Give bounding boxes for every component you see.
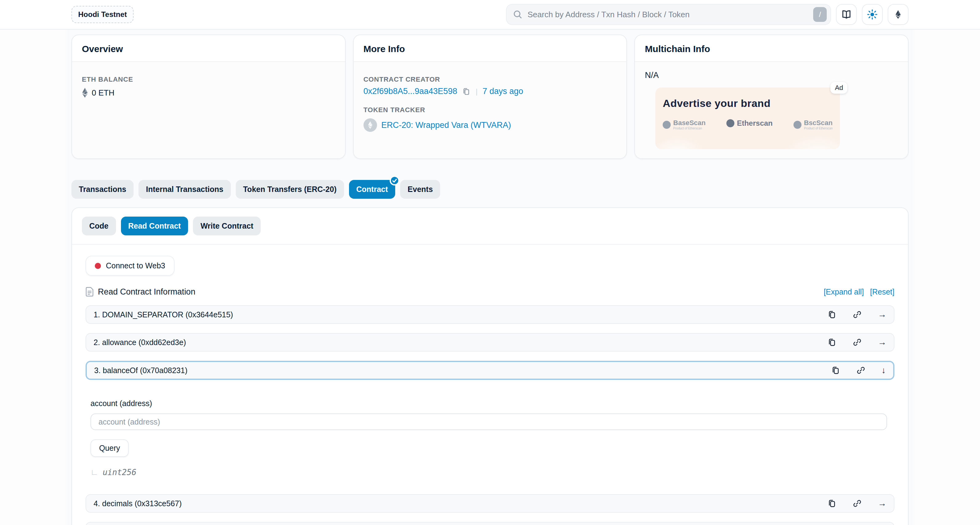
multichain-info-card: Multichain Info N/A Ad Advertise your br…	[634, 35, 908, 159]
tab-contract-label: Contract	[356, 185, 388, 193]
more-info-title: More Info	[363, 44, 405, 54]
copy-icon[interactable]	[827, 338, 837, 347]
brand-etherscan: Etherscan	[726, 119, 773, 127]
ad-banner[interactable]: Ad Advertise your brand BaseScan Product…	[655, 88, 840, 149]
eth-balance-value: 0 ETH	[92, 88, 115, 98]
function-row-eip712domain[interactable]: 5. eip712Domain (0x84b0196e) →	[86, 522, 894, 525]
query-button[interactable]: Query	[91, 439, 129, 457]
brand-name: BaseScan	[673, 119, 705, 127]
subtab-code[interactable]: Code	[82, 217, 116, 235]
subtab-read-contract[interactable]: Read Contract	[121, 217, 188, 235]
tab-transactions[interactable]: Transactions	[72, 180, 134, 199]
link-icon[interactable]	[853, 499, 862, 508]
multichain-card-body: N/A Ad Advertise your brand BaseScan Pro…	[635, 62, 908, 159]
tab-events[interactable]: Events	[400, 180, 440, 199]
expand-arrow-icon[interactable]: →	[878, 310, 886, 319]
output-type: uint256	[102, 468, 136, 477]
eth-balance-label: ETH BALANCE	[82, 75, 335, 83]
function-row-allowance[interactable]: 2. allowance (0xdd62ed3e) →	[86, 333, 894, 351]
connect-to-web3-label: Connect to Web3	[106, 261, 165, 270]
ethereum-icon	[893, 10, 903, 19]
function-row-balanceof[interactable]: 3. balanceOf (0x70a08231) ↓	[86, 361, 894, 380]
eth-glyph-icon	[82, 88, 88, 98]
read-functions-list: 1. DOMAIN_SEPARATOR (0x3644e515) → 2. al…	[86, 305, 894, 525]
account-address-input[interactable]	[91, 413, 887, 430]
search-icon	[513, 10, 523, 19]
token-tracker-label: TOKEN TRACKER	[363, 106, 617, 114]
function-label: 3. balanceOf (0x70a08231)	[94, 366, 188, 375]
multichain-card-header: Multichain Info	[635, 35, 908, 62]
info-cards-row: Overview ETH BALANCE 0 ETH More Info CON…	[72, 35, 908, 159]
etherscan-logo-icon	[726, 119, 734, 127]
brand-name: BscScan	[804, 119, 832, 127]
link-icon[interactable]	[853, 310, 862, 319]
bscscan-logo-icon	[794, 121, 802, 129]
subtab-write-contract[interactable]: Write Contract	[193, 217, 261, 235]
verified-check-icon	[390, 176, 399, 185]
document-icon	[86, 287, 94, 297]
ad-headline: Advertise your brand	[655, 88, 840, 109]
expand-arrow-icon[interactable]: →	[878, 338, 886, 346]
brand-sub: Product of Etherscan	[673, 127, 705, 130]
multichain-title: Multichain Info	[645, 44, 710, 54]
expand-arrow-icon[interactable]: →	[878, 499, 886, 508]
connect-to-web3-button[interactable]: Connect to Web3	[86, 256, 175, 276]
contract-panel: Code Read Contract Write Contract Connec…	[72, 207, 908, 525]
output-branch-glyph: ∟	[91, 468, 98, 477]
copy-address-icon[interactable]	[462, 87, 471, 96]
brand-bscscan: BscScan Product of Etherscan	[794, 119, 832, 130]
copy-icon[interactable]	[831, 366, 840, 375]
brand-name: Etherscan	[737, 119, 773, 127]
search-bar[interactable]: /	[506, 4, 831, 25]
docs-button[interactable]	[836, 4, 857, 25]
tab-token-transfers[interactable]: Token Transfers (ERC-20)	[236, 180, 344, 199]
token-tracker-link[interactable]: ERC-20: Wrapped Vara (WTVARA)	[381, 120, 511, 130]
output-type-row: ∟ uint256	[91, 468, 893, 477]
function-label: 2. allowance (0xdd62ed3e)	[94, 338, 186, 347]
ad-chip: Ad	[830, 82, 847, 94]
overview-card-body: ETH BALANCE 0 ETH	[72, 62, 345, 159]
tab-contract[interactable]: Contract	[349, 180, 396, 199]
page-tabs: Transactions Internal Transactions Token…	[72, 180, 908, 199]
copy-icon[interactable]	[827, 310, 837, 319]
book-icon	[841, 9, 852, 20]
sun-icon	[867, 9, 878, 20]
search-input[interactable]	[528, 10, 808, 19]
balanceof-expanded-body: account (address) Query ∟ uint256	[86, 389, 894, 494]
creation-time-link[interactable]: 7 days ago	[483, 86, 523, 96]
ad-brands-row: BaseScan Product of Etherscan Etherscan	[655, 109, 840, 130]
network-menu-button[interactable]	[888, 4, 908, 25]
param-label: account (address)	[91, 399, 893, 408]
overview-card-header: Overview	[72, 35, 345, 62]
collapse-arrow-icon[interactable]: ↓	[881, 366, 886, 375]
theme-toggle-button[interactable]	[862, 4, 883, 25]
network-badge[interactable]: Hoodi Testnet	[72, 6, 134, 23]
function-row-domain-separator[interactable]: 1. DOMAIN_SEPARATOR (0x3644e515) →	[86, 305, 894, 324]
reset-link[interactable]: [Reset]	[870, 287, 894, 297]
function-label: 1. DOMAIN_SEPARATOR (0x3644e515)	[94, 310, 233, 319]
overview-title: Overview	[82, 44, 123, 54]
top-navigation-bar: Hoodi Testnet /	[0, 0, 980, 30]
contract-creator-label: CONTRACT CREATOR	[363, 75, 617, 83]
tab-internal-transactions[interactable]: Internal Transactions	[138, 180, 231, 199]
expand-all-link[interactable]: [Expand all]	[824, 287, 864, 297]
link-icon[interactable]	[856, 366, 865, 375]
function-label: 4. decimals (0x313ce567)	[94, 499, 181, 508]
disconnected-status-dot	[95, 263, 101, 269]
contract-subtabs: Code Read Contract Write Contract	[72, 208, 908, 245]
separator: |	[476, 87, 477, 96]
brand-basescan: BaseScan Product of Etherscan	[663, 119, 705, 130]
more-info-card-body: CONTRACT CREATOR 0x2f69b8A5...9aa43E598 …	[354, 62, 627, 159]
copy-icon[interactable]	[827, 499, 837, 508]
function-row-decimals[interactable]: 4. decimals (0x313ce567) →	[86, 494, 894, 513]
basescan-logo-icon	[663, 121, 671, 129]
more-info-card-header: More Info	[354, 35, 627, 62]
search-shortcut-key: /	[813, 7, 827, 22]
multichain-value: N/A	[645, 70, 898, 80]
brand-sub: Product of Etherscan	[804, 127, 832, 130]
section-title: Read Contract Information	[98, 287, 196, 297]
link-icon[interactable]	[853, 338, 862, 347]
token-logo-icon	[363, 118, 377, 132]
more-info-card: More Info CONTRACT CREATOR 0x2f69b8A5...…	[353, 35, 627, 159]
contract-creator-address-link[interactable]: 0x2f69b8A5...9aa43E598	[363, 86, 457, 96]
